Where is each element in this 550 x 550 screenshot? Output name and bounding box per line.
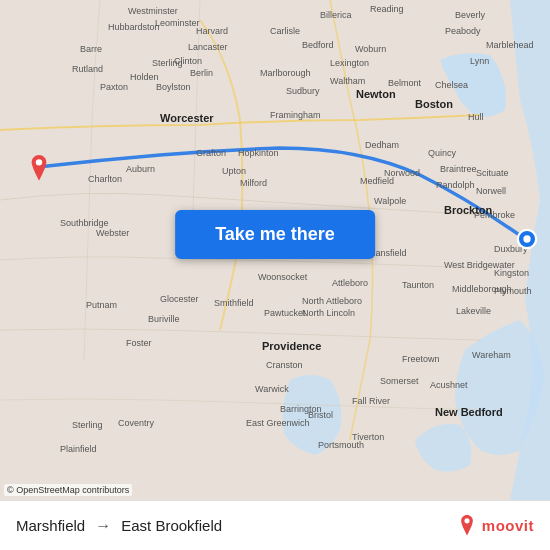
moovit-logo: moovit xyxy=(456,515,534,537)
svg-point-1 xyxy=(36,159,42,165)
origin-label: Marshfield xyxy=(16,517,85,534)
destination-label: East Brookfield xyxy=(121,517,222,534)
moovit-pin-icon xyxy=(456,515,478,537)
bottom-bar: Marshfield → East Brookfield moovit xyxy=(0,500,550,550)
svg-point-3 xyxy=(523,235,530,242)
map-attribution: © OpenStreetMap contributors xyxy=(4,484,132,496)
take-me-there-button[interactable]: Take me there xyxy=(175,210,375,259)
arrow-icon: → xyxy=(95,517,111,535)
map-container: ReadingBeverlyPeabodyBillericaLeominster… xyxy=(0,0,550,500)
origin-pin xyxy=(28,155,50,183)
moovit-text: moovit xyxy=(482,517,534,534)
destination-pin xyxy=(516,228,538,250)
svg-point-4 xyxy=(464,518,469,523)
